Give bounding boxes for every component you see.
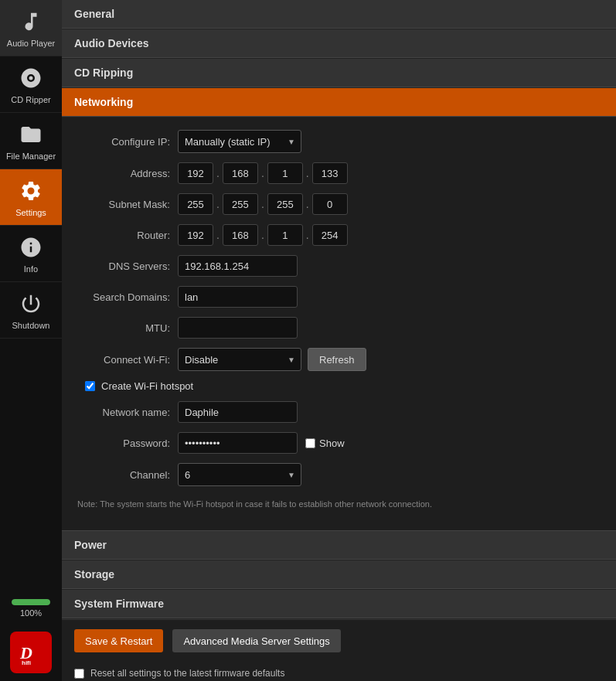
section-power[interactable]: Power <box>62 531 616 560</box>
main-content: General Audio Devices CD Ripping Network… <box>62 0 616 681</box>
subnet-label: Subnet Mask: <box>77 199 170 210</box>
progress-bar-fill <box>12 599 50 605</box>
sidebar-item-info[interactable]: Info <box>0 226 62 282</box>
subnet-octet-3[interactable] <box>267 193 303 215</box>
hotspot-label: Create Wi-Fi hotspot <box>101 380 193 392</box>
dot-4: . <box>215 198 221 210</box>
wifi-row: Connect Wi-Fi: Disable Enable Refresh <box>77 348 601 371</box>
mtu-input[interactable] <box>178 317 298 339</box>
router-octet-2[interactable] <box>223 224 258 246</box>
address-ip-group: . . . <box>178 162 348 184</box>
sidebar-label-audio-player: Audio Player <box>7 39 55 48</box>
configure-ip-select[interactable]: Manually (static IP) DHCP Disabled <box>178 130 301 153</box>
dot-2: . <box>260 167 266 179</box>
address-octet-1[interactable] <box>178 162 213 184</box>
sidebar-label-file-manager: File Manager <box>6 152 56 161</box>
mtu-row: MTU: <box>77 317 601 339</box>
dot-3: . <box>305 167 311 179</box>
section-general[interactable]: General <box>62 0 616 29</box>
daphile-logo: D hifi <box>10 632 52 673</box>
section-cd-ripping[interactable]: CD Ripping <box>62 59 616 87</box>
router-row: Router: . . . <box>77 224 601 246</box>
advanced-settings-button[interactable]: Advanced Media Server Settings <box>172 629 340 652</box>
network-name-row: Network name: <box>77 401 601 423</box>
password-label: Password: <box>77 438 170 449</box>
configure-ip-row: Configure IP: Manually (static IP) DHCP … <box>77 130 601 153</box>
section-audio-devices[interactable]: Audio Devices <box>62 29 616 58</box>
dns-input[interactable] <box>178 255 298 277</box>
wifi-select-wrapper: Disable Enable <box>178 348 301 371</box>
channel-select[interactable]: 12345 6789 1011 <box>178 463 301 486</box>
power-icon <box>17 290 45 318</box>
reset-row: Reset all settings to the latest firmwar… <box>62 662 616 681</box>
cd-icon <box>17 64 45 92</box>
hotspot-checkbox[interactable] <box>85 381 95 391</box>
dot-8: . <box>260 229 266 241</box>
info-icon <box>17 233 45 261</box>
section-storage[interactable]: Storage <box>62 560 616 589</box>
subnet-ip-group: . . . <box>178 193 348 215</box>
wifi-note: Note: The system starts the Wi-Fi hotspo… <box>77 495 601 518</box>
router-octet-3[interactable] <box>267 224 303 246</box>
subnet-row: Subnet Mask: . . . <box>77 193 601 215</box>
search-domains-row: Search Domains: <box>77 286 601 308</box>
progress-item: 100% <box>0 593 62 624</box>
hotspot-checkbox-row: Create Wi-Fi hotspot <box>77 380 601 392</box>
subnet-octet-1[interactable] <box>178 193 213 215</box>
reset-checkbox[interactable] <box>74 669 84 679</box>
configure-ip-label: Configure IP: <box>77 136 170 148</box>
sidebar-item-shutdown[interactable]: Shutdown <box>0 282 62 339</box>
network-name-label: Network name: <box>77 407 170 418</box>
music-note-icon <box>17 8 45 36</box>
sidebar-item-settings[interactable]: Settings <box>0 169 62 226</box>
dot-7: . <box>215 229 221 241</box>
address-octet-2[interactable] <box>223 162 258 184</box>
show-password-checkbox[interactable] <box>305 438 315 448</box>
address-octet-3[interactable] <box>267 162 303 184</box>
channel-row: Channel: 12345 6789 1011 <box>77 463 601 486</box>
folder-icon <box>17 121 45 148</box>
subnet-octet-2[interactable] <box>223 193 258 215</box>
show-password-label[interactable]: Show <box>305 438 345 449</box>
progress-label: 100% <box>20 608 42 618</box>
wifi-label: Connect Wi-Fi: <box>77 354 170 366</box>
wifi-select[interactable]: Disable Enable <box>178 348 301 371</box>
network-name-input[interactable] <box>178 401 298 423</box>
section-networking[interactable]: Networking <box>62 88 616 117</box>
dns-row: DNS Servers: <box>77 255 601 277</box>
refresh-button[interactable]: Refresh <box>308 348 366 371</box>
sidebar: Audio Player CD Ripper File Manager Sett… <box>0 0 62 681</box>
sidebar-label-shutdown: Shutdown <box>12 321 50 330</box>
sidebar-label-cd-ripper: CD Ripper <box>11 95 50 104</box>
progress-bar-container <box>12 599 50 605</box>
password-input[interactable] <box>178 432 298 454</box>
address-row: Address: . . . <box>77 162 601 184</box>
mtu-label: MTU: <box>77 322 170 334</box>
channel-select-wrapper: 12345 6789 1011 <box>178 463 301 486</box>
router-ip-group: . . . <box>178 224 348 246</box>
dot-1: . <box>215 167 221 179</box>
reset-label: Reset all settings to the latest firmwar… <box>90 668 284 679</box>
password-row: Password: Show <box>77 432 601 454</box>
search-domains-label: Search Domains: <box>77 291 170 303</box>
router-octet-1[interactable] <box>178 224 213 246</box>
svg-text:hifi: hifi <box>22 659 31 666</box>
dns-label: DNS Servers: <box>77 260 170 272</box>
address-label: Address: <box>77 168 170 179</box>
channel-label: Channel: <box>77 469 170 481</box>
configure-ip-select-wrapper: Manually (static IP) DHCP Disabled <box>178 130 301 153</box>
search-domains-input[interactable] <box>178 286 298 308</box>
router-octet-4[interactable] <box>312 224 348 246</box>
bottom-bar: Save & Restart Advanced Media Server Set… <box>62 619 616 662</box>
sidebar-item-audio-player[interactable]: Audio Player <box>0 0 62 56</box>
gear-icon <box>17 177 45 205</box>
sidebar-item-file-manager[interactable]: File Manager <box>0 113 62 169</box>
address-octet-4[interactable] <box>312 162 348 184</box>
sidebar-bottom: 100% D hifi <box>0 593 62 681</box>
section-system-firmware[interactable]: System Firmware <box>62 590 616 618</box>
sidebar-item-cd-ripper[interactable]: CD Ripper <box>0 56 62 113</box>
save-restart-button[interactable]: Save & Restart <box>74 629 163 652</box>
router-label: Router: <box>77 230 170 241</box>
dot-6: . <box>305 198 311 210</box>
subnet-octet-4[interactable] <box>312 193 348 215</box>
